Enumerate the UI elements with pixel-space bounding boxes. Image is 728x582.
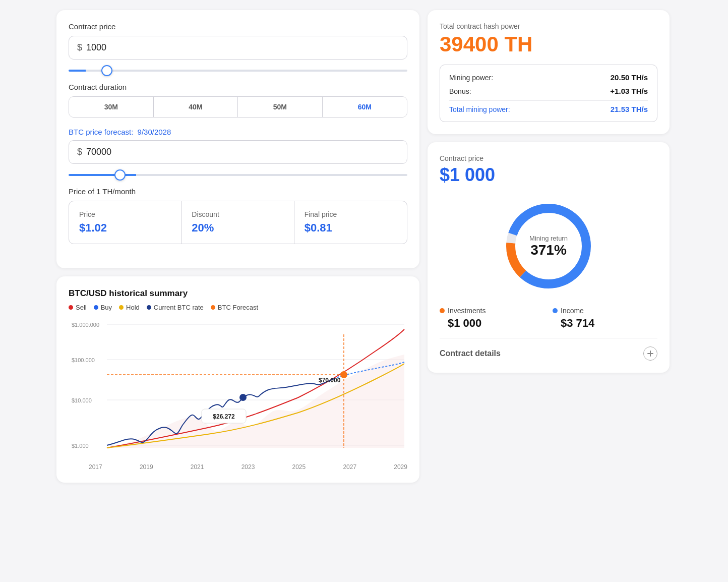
tab-30m[interactable]: 30M: [69, 97, 154, 117]
btc-forecast-date: 9/30/2028: [138, 128, 171, 136]
contract-price-label: Contract price: [69, 22, 407, 31]
x-label-2021: 2021: [191, 463, 204, 471]
legend-current-btc-label: Current BTC rate: [154, 304, 204, 311]
legend-btc-forecast-label: BTC Forecast: [218, 304, 258, 311]
invest-income: Investments $1 000 Income $3 714: [440, 307, 657, 330]
x-label-2029: 2029: [394, 463, 407, 471]
current-btc-dot: [147, 305, 151, 310]
chart-area: $1.000.000 $100.000 $10.000 $1.000: [69, 319, 407, 460]
price-cell-discount: Discount 20%: [181, 201, 294, 244]
discount-label: Discount: [192, 210, 283, 218]
x-label-2023: 2023: [241, 463, 255, 471]
x-label-2019: 2019: [140, 463, 153, 471]
bonus-row: Bonus: +1.03 TH/s: [449, 87, 648, 95]
bonus-label: Bonus:: [449, 87, 471, 95]
hold-dot: [119, 305, 124, 310]
donut-center-label: Mining return: [529, 235, 568, 242]
svg-text:$10.000: $10.000: [72, 397, 92, 403]
duration-tabs: 30M 40M 50M 60M: [69, 96, 407, 118]
svg-point-10: [340, 371, 347, 378]
price-cell-final: Final price $0.81: [294, 201, 407, 244]
hash-details: Mining power: 20.50 TH/s Bonus: +1.03 TH…: [440, 65, 657, 122]
dollar-sign: $: [77, 42, 82, 53]
income-label: Income: [561, 307, 584, 315]
btc-forecast-dot: [211, 305, 215, 310]
btc-price-input[interactable]: [86, 147, 399, 157]
investments-label-row: Investments: [440, 307, 486, 315]
price-value: $1.02: [79, 221, 171, 235]
total-mining-label: Total mining power:: [449, 105, 510, 113]
chart-legend: Sell Buy Hold Current BTC rate BTC Forec…: [69, 304, 407, 311]
price-label: Price: [79, 210, 171, 218]
x-axis: 2017 2019 2021 2023 2025 2027 2029: [69, 460, 407, 471]
total-mining-value: 21.53 TH/s: [611, 105, 648, 113]
donut-center: Mining return 371%: [529, 235, 568, 258]
x-label-2025: 2025: [292, 463, 306, 471]
svg-point-11: [239, 394, 247, 401]
investments-box: Investments $1 000: [440, 307, 544, 330]
price-slider-wrap: [69, 65, 407, 74]
contract-details-row: Contract details: [440, 338, 657, 361]
cp-label: Contract price: [440, 154, 657, 162]
legend-current-btc: Current BTC rate: [147, 304, 204, 311]
legend-sell: Sell: [69, 304, 87, 311]
legend-buy: Buy: [94, 304, 112, 311]
final-price-value: $0.81: [305, 221, 397, 235]
income-label-row: Income: [553, 307, 584, 315]
contract-price-card: Contract price $1 000 Mining return: [428, 142, 670, 373]
svg-text:$26.272: $26.272: [213, 413, 235, 420]
price-slider[interactable]: [69, 70, 407, 72]
legend-sell-label: Sell: [76, 304, 87, 311]
donut-wrapper: Mining return 371%: [498, 196, 599, 297]
legend-btc-forecast: BTC Forecast: [211, 304, 258, 311]
hash-divider: [449, 100, 648, 101]
investments-value: $1 000: [448, 317, 481, 330]
cp-value: $1 000: [440, 164, 657, 186]
svg-text:$100.000: $100.000: [72, 357, 95, 363]
price-table: Price $1.02 Discount 20% Final price $0.…: [69, 201, 407, 244]
chart-title: BTC/USD historical summary: [69, 288, 407, 299]
hash-value: 39400 TH: [440, 32, 657, 56]
legend-hold: Hold: [119, 304, 140, 311]
btc-price-input-box: $: [69, 140, 407, 164]
tab-60m[interactable]: 60M: [323, 97, 407, 117]
income-value: $3 714: [561, 317, 594, 330]
buy-dot: [94, 305, 98, 310]
sell-dot: [69, 305, 73, 310]
donut-center-value: 371%: [529, 242, 568, 258]
hash-power-card: Total contract hash power 39400 TH Minin…: [428, 10, 670, 134]
svg-text:$1.000.000: $1.000.000: [72, 322, 99, 328]
income-dot: [553, 308, 558, 313]
legend-buy-label: Buy: [101, 304, 112, 311]
btc-dollar-sign: $: [77, 147, 82, 157]
chart-card: BTC/USD historical summary Sell Buy Hold…: [56, 276, 419, 483]
btc-forecast-label: BTC price forecast: 9/30/2028: [69, 128, 407, 136]
price-input[interactable]: [86, 42, 399, 53]
expand-icon[interactable]: [643, 346, 657, 361]
hash-subtitle: Total contract hash power: [440, 22, 657, 30]
price-input-box: $: [69, 36, 407, 60]
discount-value: 20%: [192, 221, 283, 235]
chart-svg: $1.000.000 $100.000 $10.000 $1.000: [69, 319, 407, 460]
legend-hold-label: Hold: [126, 304, 140, 311]
tab-50m[interactable]: 50M: [238, 97, 323, 117]
income-box: Income $3 714: [553, 307, 657, 330]
investments-dot: [440, 308, 445, 313]
price-cell-price: Price $1.02: [69, 201, 181, 244]
investments-label: Investments: [448, 307, 486, 315]
x-label-2027: 2027: [343, 463, 356, 471]
contract-duration-label: Contract duration: [69, 83, 407, 91]
btc-price-slider[interactable]: [69, 174, 407, 176]
svg-text:$70.000: $70.000: [319, 377, 341, 384]
btc-slider-wrap: [69, 169, 407, 178]
x-label-2017: 2017: [89, 463, 102, 471]
bonus-value: +1.03 TH/s: [610, 87, 648, 95]
donut-section: Mining return 371%: [440, 196, 657, 297]
contract-details-label: Contract details: [440, 349, 501, 358]
final-price-label: Final price: [305, 210, 397, 218]
mining-power-label: Mining power:: [449, 74, 493, 82]
price-th-label: Price of 1 TH/month: [69, 187, 407, 196]
tab-40m[interactable]: 40M: [154, 97, 238, 117]
total-mining-power-row: Total mining power: 21.53 TH/s: [449, 105, 648, 113]
svg-text:$1.000: $1.000: [72, 443, 89, 449]
